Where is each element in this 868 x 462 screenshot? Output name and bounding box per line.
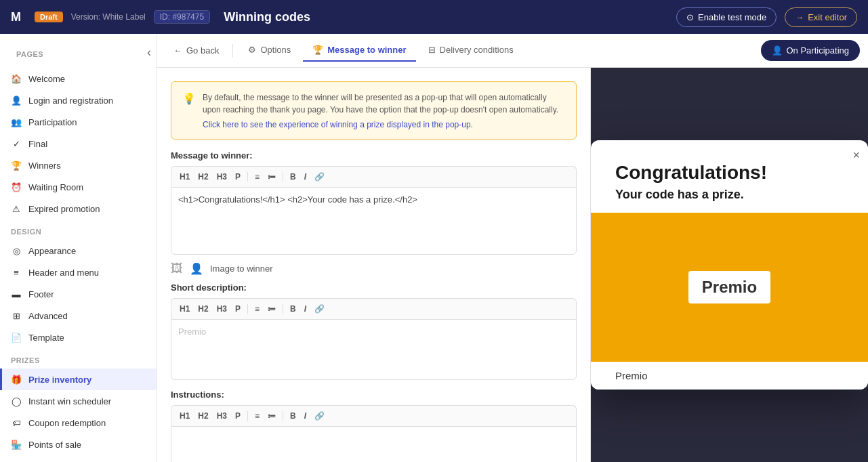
sidebar-item-prize-inventory[interactable]: 🎁 Prize inventory [0,369,157,390]
sidebar-item-template[interactable]: 📄 Template [0,327,157,348]
toolbar-h2[interactable]: H2 [195,171,211,183]
sidebar-item-appearance[interactable]: ◎ Appearance [0,240,157,261]
info-box-link[interactable]: Click here to see the experience of winn… [203,120,565,129]
sidebar-item-instant-win[interactable]: ◯ Instant win scheduler [0,390,157,412]
sd-toolbar-italic[interactable]: I [302,303,309,315]
coupon-icon: 🏷 [11,417,22,428]
tab-delivery-conditions[interactable]: ⊟ Delivery conditions [419,39,523,62]
message-field-label: Message to winner: [171,150,577,161]
inst-toolbar-ul[interactable]: ≡ [252,410,262,422]
template-icon: 📄 [11,332,22,343]
check-icon: ✓ [11,138,22,149]
modal-close-button[interactable]: × [852,148,860,163]
footer-icon: ▬ [11,289,22,299]
inst-toolbar-italic[interactable]: I [302,410,309,422]
filter-icon: ⊟ [428,45,436,55]
sd-toolbar-ol[interactable]: ≔ [265,303,278,315]
sidebar-item-welcome[interactable]: 🏠 Welcome [0,68,157,89]
prize-label: Premio [591,362,868,390]
person-icon: 👤 [11,95,22,106]
toolbar-italic[interactable]: I [302,171,309,183]
trophy-tab-icon: 🏆 [312,45,323,55]
inst-toolbar-ol[interactable]: ≔ [265,410,278,422]
toolbar-h1[interactable]: H1 [177,171,192,183]
inst-toolbar-h2[interactable]: H2 [195,410,211,422]
modal-subtitle: Your code has a prize. [615,188,844,202]
sd-toolbar-h1[interactable]: H1 [177,303,192,315]
short-desc-label: Short description: [171,282,577,293]
toolbar-ol[interactable]: ≔ [265,171,278,183]
modal-body: Congratulations! Your code has a prize. [591,140,868,202]
inst-toolbar-h3[interactable]: H3 [214,410,230,422]
scheduler-icon: ◯ [11,396,22,406]
inst-toolbar-bold[interactable]: B [287,410,299,422]
tabbar: ← Go back ⚙ Options 🏆 Message to winner … [157,34,868,68]
toolbar-ul[interactable]: ≡ [252,171,262,183]
user-icon: 👤 [772,45,783,56]
tab-message-to-winner[interactable]: 🏆 Message to winner [303,39,415,62]
back-arrow-icon: ← [173,45,182,56]
toolbar-link[interactable]: 🔗 [312,171,327,183]
sd-toolbar-ul[interactable]: ≡ [252,303,262,315]
sd-toolbar-link[interactable]: 🔗 [312,303,327,315]
sidebar-item-final[interactable]: ✓ Final [0,133,157,154]
preview-panel: × Congratulations! Your code has a prize… [591,68,868,462]
sidebar-item-pos[interactable]: 🏪 Points of sale [0,434,157,455]
sidebar-collapse-button[interactable]: ‹ [147,45,151,60]
winner-modal: × Congratulations! Your code has a prize… [591,140,868,390]
modal-title: Congratulations! [615,162,844,184]
toolbar-h3[interactable]: H3 [214,171,230,183]
short-desc-editor[interactable]: Premio [171,319,577,380]
sd-toolbar-p[interactable]: P [232,303,243,315]
gift-icon: 🎁 [11,374,22,385]
pages-section-label: Pages [5,42,54,62]
short-desc-toolbar: H1 H2 H3 P ≡ ≔ B I 🔗 [171,298,577,319]
sd-toolbar-h3[interactable]: H3 [214,303,230,315]
appearance-icon: ◎ [11,245,22,256]
inst-toolbar-link[interactable]: 🔗 [312,410,327,422]
sidebar-item-footer[interactable]: ▬ Footer [0,283,157,305]
sidebar-item-advanced[interactable]: ⊞ Advanced [0,305,157,327]
exit-editor-button[interactable]: → Exit editor [785,7,857,27]
sd-toolbar-h2[interactable]: H2 [195,303,211,315]
sidebar-item-waiting-room[interactable]: ⏰ Waiting Room [0,176,157,198]
enable-test-mode-button[interactable]: ⊙ Enable test mode [676,7,777,27]
participation-icon: 👥 [11,117,22,127]
inst-toolbar-p[interactable]: P [232,410,243,422]
on-participating-button[interactable]: 👤 On Participating [761,40,861,61]
store-icon: 🏪 [11,439,22,450]
person-image-icon: 👤 [190,262,203,275]
message-toolbar: H1 H2 H3 P ≡ ≔ B I 🔗 [171,166,577,187]
sidebar-item-header-menu[interactable]: ≡ Header and menu [0,261,157,283]
inst-toolbar-h1[interactable]: H1 [177,410,192,422]
info-box: 💡 By default, the message to the winner … [171,81,577,140]
exit-icon: → [795,12,804,22]
tab-options[interactable]: ⚙ Options [239,39,300,62]
version-badge: Version: White Label [71,12,146,22]
lightbulb-icon: 💡 [182,92,196,129]
warning-icon: ⚠ [11,203,22,214]
message-editor[interactable]: <h1>Congratulations!</h1> <h2>Your code … [171,187,577,255]
sidebar-item-winners[interactable]: 🏆 Winners [0,154,157,176]
sidebar: Pages ‹ 🏠 Welcome 👤 Login and registrati… [0,34,157,462]
instructions-editor[interactable] [171,426,577,462]
sidebar-item-expired[interactable]: ⚠ Expired promotion [0,198,157,219]
sidebar-item-coupon[interactable]: 🏷 Coupon redemption [0,412,157,434]
editor-panel: 💡 By default, the message to the winner … [157,68,591,462]
sd-toolbar-bold[interactable]: B [287,303,299,315]
image-upload-label: Image to winner [210,264,273,274]
instructions-toolbar: H1 H2 H3 P ≡ ≔ B I 🔗 [171,405,577,426]
toolbar-bold[interactable]: B [287,171,299,183]
toolbar-p[interactable]: P [232,171,243,183]
go-back-button[interactable]: ← Go back [165,40,227,61]
design-section-label: Design [0,219,157,240]
instructions-label: Instructions: [171,390,577,400]
advanced-icon: ⊞ [11,310,22,321]
sidebar-item-login[interactable]: 👤 Login and registration [0,89,157,111]
house-icon: 🏠 [11,73,22,84]
prize-image: Premio [591,213,868,362]
sidebar-item-participation[interactable]: 👥 Participation [0,111,157,133]
short-desc-placeholder: Premio [178,327,206,337]
image-icon: 🖼 [171,261,183,276]
content-area: 💡 By default, the message to the winner … [157,68,868,462]
